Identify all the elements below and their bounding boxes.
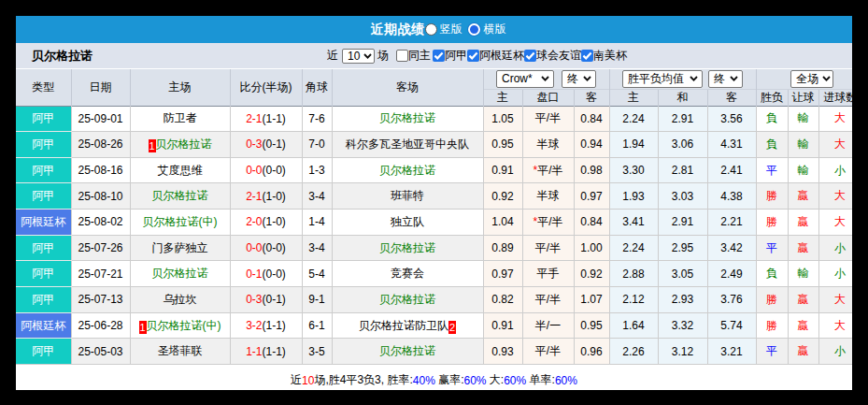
asian-home-odds-cell: 0.97 [483, 261, 522, 287]
summary-segment: 赢率: [435, 372, 464, 388]
score-cell[interactable]: 1-1(1-1) [230, 339, 302, 365]
score-cell[interactable]: 2-1(1-0) [230, 183, 302, 210]
checkbox-checked-icon[interactable] [433, 50, 445, 62]
team-name-text[interactable]: 贝尔格拉诺 [156, 137, 212, 151]
team-name-text[interactable]: 贝尔格拉诺防卫队 [359, 319, 448, 332]
away-team-cell: 班菲特 [332, 183, 483, 210]
team-name: 贝尔格拉诺 [32, 48, 92, 65]
result-group-header: 全场 [756, 69, 852, 89]
asian-home-odds-cell: 0.93 [483, 339, 522, 365]
euro-away-odds-cell: 2.21 [707, 210, 756, 236]
radio-horizontal-layout[interactable] [468, 23, 480, 36]
halftime-score: (1-1) [263, 112, 286, 125]
date-cell: 25-06-28 [71, 312, 130, 339]
result-wdl-cell: 負 [756, 261, 788, 287]
euro-away-odds-cell: 3.76 [707, 287, 756, 313]
result-wdl-cell: 平 [756, 157, 788, 183]
league-filter-0[interactable]: 同主 [396, 48, 431, 64]
league-cell: 阿甲 [16, 287, 71, 313]
radio-vertical-layout[interactable] [425, 23, 437, 36]
score-cell[interactable]: 0-0(0-0) [230, 157, 302, 183]
summary-segment: 场,胜4平3负3, 胜率: [314, 372, 412, 388]
fulltime-score: 0-0 [246, 241, 262, 254]
league-filter-label[interactable]: 阿甲 [445, 48, 467, 64]
filterbar: 贝尔格拉诺 近 10 场 同主阿甲阿根廷杯球会友谊南美杯 [16, 43, 852, 69]
home-team-cell: 乌拉坎 [130, 287, 230, 313]
team-name-text[interactable]: 贝尔格拉诺 [379, 293, 435, 306]
team-name-text[interactable]: 门多萨独立 [152, 241, 208, 254]
recent-count-select[interactable]: 10 [342, 49, 375, 64]
asian-odds-select-group: Crow* 终 [484, 70, 609, 88]
subcol-result-goals: 进球数 [818, 89, 852, 106]
team-name-text[interactable]: 贝尔格拉诺 [379, 344, 435, 357]
asian-handicap-cell: *平/半 [522, 157, 574, 183]
match-row: 阿甲25-09-01防卫者2-1(1-1)7-6贝尔格拉诺1.05平/半0.84… [16, 106, 852, 132]
league-filter-label[interactable]: 阿根廷杯 [479, 48, 524, 64]
away-team-cell: 独立队 [332, 210, 483, 236]
chevron-down-icon [690, 76, 698, 81]
filter-controls: 近 10 场 同主阿甲阿根廷杯球会友谊南美杯 [327, 43, 627, 68]
corner-cell: 9-1 [302, 287, 332, 313]
score-cell[interactable]: 0-3(0-1) [230, 287, 302, 313]
asian-odds-time-select[interactable]: 终 [562, 70, 596, 88]
checkbox-unchecked-icon[interactable] [396, 50, 408, 62]
away-team-cell: 贝尔格拉诺 [332, 339, 483, 365]
euro-odds-time-select[interactable]: 终 [708, 70, 743, 88]
team-name-text[interactable]: 竞赛会 [391, 267, 424, 280]
league-filter-label[interactable]: 同主 [408, 48, 431, 64]
chevron-down-icon [363, 53, 372, 59]
subcol-eu-draw: 和 [658, 89, 707, 106]
checkbox-checked-icon[interactable] [581, 50, 593, 62]
score-cell[interactable]: 0-0(0-0) [230, 235, 302, 261]
team-name-text[interactable]: 贝尔格拉诺(中) [147, 319, 221, 332]
team-name-text[interactable]: 贝尔格拉诺 [152, 189, 208, 202]
team-name-text[interactable]: 科尔多瓦圣地亚哥中央队 [346, 137, 469, 151]
euro-odds-select[interactable]: 胜平负均值 [622, 70, 703, 88]
corner-cell: 6-1 [302, 312, 332, 339]
league-filter-4[interactable]: 南美杯 [581, 48, 627, 64]
team-name-text[interactable]: 贝尔格拉诺 [379, 111, 435, 124]
radio-horizontal-label[interactable]: 横版 [484, 22, 506, 37]
scope-select[interactable]: 全场 [790, 70, 833, 88]
star-marker: * [533, 215, 537, 228]
team-name-text[interactable]: 艾度思维 [158, 164, 203, 177]
asian-handicap-cell: 平/半 [522, 339, 574, 365]
team-name-text[interactable]: 贝尔格拉诺 [379, 164, 435, 177]
score-cell[interactable]: 2-0(1-0) [230, 210, 302, 236]
asian-handicap-cell: 平/半 [522, 287, 574, 313]
checkbox-checked-icon[interactable] [467, 50, 479, 62]
home-team-cell: 贝尔格拉诺(中) [130, 210, 230, 236]
league-filter-3[interactable]: 球会友谊 [524, 48, 581, 64]
corner-cell: 3-4 [302, 235, 332, 261]
asian-odds-group-header: Crow* 终 [483, 69, 609, 89]
score-cell[interactable]: 0-1(0-0) [230, 261, 302, 287]
asian-handicap-cell: 半/一 [522, 312, 574, 339]
summary-segment: 60% [504, 374, 526, 387]
halftime-score: (1-1) [263, 319, 286, 332]
euro-draw-odds-cell: 2.95 [658, 235, 707, 261]
league-filter-2[interactable]: 阿根廷杯 [467, 48, 524, 64]
league-filter-label[interactable]: 南美杯 [593, 48, 627, 64]
team-name-text[interactable]: 贝尔格拉诺 [379, 241, 435, 254]
team-name-text[interactable]: 贝尔格拉诺 [152, 267, 208, 280]
score-cell[interactable]: 0-3(0-1) [230, 132, 302, 158]
checkbox-checked-icon[interactable] [524, 50, 536, 62]
asian-home-odds-cell: 0.89 [483, 235, 522, 261]
radio-vertical-label[interactable]: 竖版 [440, 22, 462, 37]
odds-company-select[interactable]: Crow* [496, 70, 554, 88]
league-filter-group: 同主阿甲阿根廷杯球会友谊南美杯 [391, 48, 627, 64]
league-filter-1[interactable]: 阿甲 [433, 48, 467, 64]
unit-label: 场 [377, 48, 389, 64]
score-cell[interactable]: 2-1(1-1) [230, 106, 302, 132]
euro-draw-odds-cell: 3.06 [658, 132, 707, 158]
col-header-away: 客场 [332, 69, 483, 106]
team-name-text[interactable]: 班菲特 [391, 189, 424, 202]
team-name-text[interactable]: 防卫者 [164, 111, 197, 124]
league-filter-label[interactable]: 球会友谊 [536, 48, 581, 64]
team-name-text[interactable]: 圣塔菲联 [158, 344, 203, 357]
team-name-text[interactable]: 独立队 [391, 215, 424, 228]
team-name-text[interactable]: 乌拉坎 [164, 293, 197, 306]
team-name-text[interactable]: 贝尔格拉诺(中) [143, 215, 218, 228]
euro-draw-odds-cell: 2.81 [658, 157, 707, 183]
score-cell[interactable]: 3-2(1-1) [230, 312, 302, 339]
